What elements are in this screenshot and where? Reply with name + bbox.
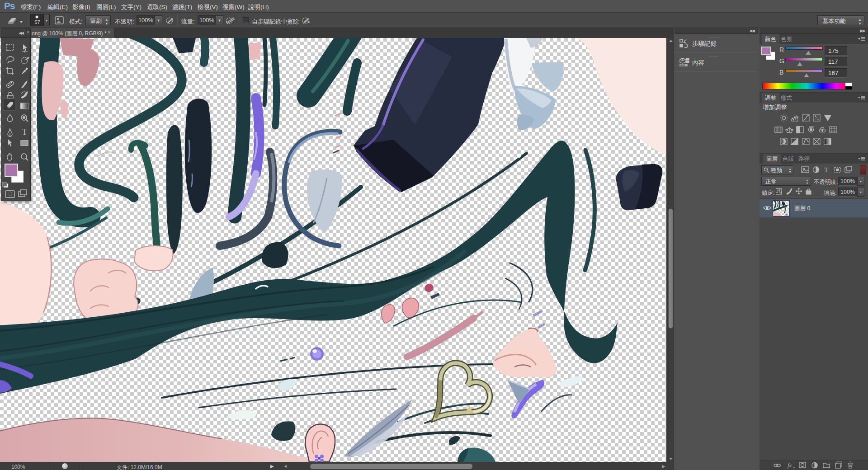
svg-text:T: T bbox=[22, 127, 27, 136]
svg-text:T: T bbox=[824, 166, 828, 174]
svg-text:fx: fx bbox=[788, 462, 792, 469]
